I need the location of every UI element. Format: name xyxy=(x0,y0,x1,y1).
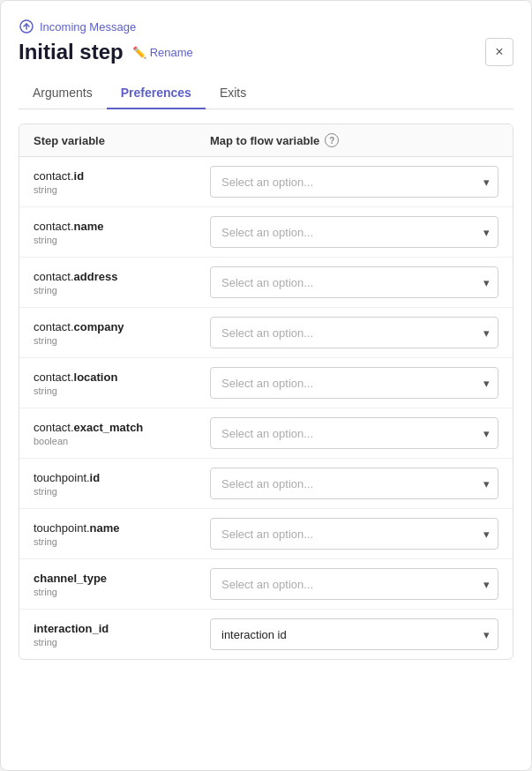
table-row: contact.id string Select an option... ▾ xyxy=(19,157,513,207)
select-placeholder: Select an option... xyxy=(221,226,313,239)
select-placeholder: Select an option... xyxy=(221,578,313,591)
select-wrapper-touchpoint-id: Select an option... ▾ xyxy=(210,468,498,499)
table-row: contact.name string Select an option... … xyxy=(19,207,513,258)
table-row: touchpoint.id string Select an option...… xyxy=(19,459,513,509)
rename-button[interactable]: ✏️ Rename xyxy=(132,46,193,59)
close-icon: × xyxy=(495,44,503,60)
var-name-channel-type: channel_type xyxy=(34,572,210,585)
table-row: contact.address string Select an option.… xyxy=(19,258,513,308)
tab-arguments[interactable]: Arguments xyxy=(19,79,107,109)
table-row: contact.location string Select an option… xyxy=(19,358,513,408)
select-contact-id[interactable]: Select an option... xyxy=(210,166,498,198)
var-type-touchpoint-name: string xyxy=(34,536,210,547)
select-wrapper-touchpoint-name: Select an option... ▾ xyxy=(210,518,498,550)
var-cell-contact-location: contact.location string xyxy=(34,371,210,396)
var-name-contact-location: contact.location xyxy=(34,371,210,384)
var-type-interaction-id: string xyxy=(34,637,210,647)
help-icon[interactable]: ? xyxy=(325,133,339,147)
select-placeholder: Select an option... xyxy=(221,477,313,490)
select-wrapper-contact-name: Select an option... ▾ xyxy=(210,216,498,248)
select-placeholder: Select an option... xyxy=(221,276,313,289)
var-cell-contact-company: contact.company string xyxy=(34,320,210,346)
panel-body: Step variable Map to flow variable ? con… xyxy=(1,109,531,770)
table-row: touchpoint.name string Select an option.… xyxy=(19,509,513,559)
col-step-variable-label: Step variable xyxy=(34,134,105,147)
select-contact-location[interactable]: Select an option... xyxy=(210,367,498,399)
var-name-contact-name: contact.name xyxy=(34,220,210,233)
select-wrapper-contact-location: Select an option... ▾ xyxy=(210,367,498,399)
preferences-table: Step variable Map to flow variable ? con… xyxy=(19,124,513,660)
col-header-step-variable: Step variable xyxy=(34,133,210,147)
select-contact-address[interactable]: Select an option... xyxy=(210,266,498,298)
var-type-contact-id: string xyxy=(34,184,210,195)
select-placeholder: Select an option... xyxy=(221,377,313,390)
var-cell-contact-exact-match: contact.exact_match boolean xyxy=(34,421,210,446)
var-cell-channel-type: channel_type string xyxy=(34,572,210,597)
select-wrapper-contact-exact-match: Select an option... ▾ xyxy=(210,417,498,449)
title-left: Initial step ✏️ Rename xyxy=(19,40,193,64)
var-type-contact-exact-match: boolean xyxy=(34,436,210,446)
var-cell-contact-id: contact.id string xyxy=(34,169,210,195)
var-name-contact-company: contact.company xyxy=(34,320,210,333)
var-cell-contact-address: contact.address string xyxy=(34,270,210,296)
var-type-contact-location: string xyxy=(34,386,210,396)
var-cell-touchpoint-name: touchpoint.name string xyxy=(34,521,210,547)
select-wrapper-contact-id: Select an option... ▾ xyxy=(210,166,498,198)
close-button[interactable]: × xyxy=(485,38,513,66)
rename-icon: ✏️ xyxy=(132,46,146,59)
var-cell-contact-name: contact.name string xyxy=(34,220,210,245)
select-placeholder: Select an option... xyxy=(221,326,313,340)
var-type-contact-address: string xyxy=(34,285,210,296)
var-name-interaction-id: interaction_id xyxy=(34,622,210,635)
step-title: Initial step xyxy=(19,40,124,64)
table-row: channel_type string Select an option... … xyxy=(19,559,513,610)
table-header: Step variable Map to flow variable ? xyxy=(19,124,513,157)
var-name-contact-address: contact.address xyxy=(34,270,210,283)
col-header-map-to: Map to flow variable ? xyxy=(210,133,498,147)
tab-exits[interactable]: Exits xyxy=(206,79,260,109)
select-touchpoint-name[interactable]: Select an option... xyxy=(210,518,498,550)
var-cell-interaction-id: interaction_id string xyxy=(34,622,210,647)
col-map-to-label: Map to flow variable xyxy=(210,134,319,147)
select-contact-company[interactable]: Select an option... xyxy=(210,317,498,348)
var-type-touchpoint-id: string xyxy=(34,486,210,497)
select-placeholder: Select an option... xyxy=(221,427,313,440)
select-value-interaction-id: interaction id xyxy=(221,628,287,641)
incoming-message-text: Incoming Message xyxy=(40,20,136,34)
select-interaction-id[interactable]: interaction id xyxy=(210,618,498,650)
select-wrapper-interaction-id: interaction id ▾ xyxy=(210,618,498,650)
select-contact-name[interactable]: Select an option... xyxy=(210,216,498,248)
var-cell-touchpoint-id: touchpoint.id string xyxy=(34,471,210,497)
var-name-contact-id: contact.id xyxy=(34,169,210,183)
select-touchpoint-id[interactable]: Select an option... xyxy=(210,468,498,499)
panel-header: Incoming Message Initial step ✏️ Rename … xyxy=(1,1,531,109)
var-type-channel-type: string xyxy=(34,587,210,597)
select-wrapper-contact-address: Select an option... ▾ xyxy=(210,266,498,298)
tabs-row: Arguments Preferences Exits xyxy=(19,79,513,109)
var-name-contact-exact-match: contact.exact_match xyxy=(34,421,210,434)
select-placeholder: Select an option... xyxy=(221,528,313,541)
var-type-contact-company: string xyxy=(34,335,210,346)
var-name-touchpoint-name: touchpoint.name xyxy=(34,521,210,535)
table-row: contact.company string Select an option.… xyxy=(19,308,513,358)
select-placeholder: Select an option... xyxy=(221,176,313,189)
incoming-message-label: Incoming Message xyxy=(19,19,513,34)
rename-label: Rename xyxy=(150,46,193,59)
tab-preferences[interactable]: Preferences xyxy=(107,79,206,109)
panel: Incoming Message Initial step ✏️ Rename … xyxy=(0,0,532,771)
select-contact-exact-match[interactable]: Select an option... xyxy=(210,417,498,449)
select-wrapper-channel-type: Select an option... ▾ xyxy=(210,568,498,600)
select-wrapper-contact-company: Select an option... ▾ xyxy=(210,317,498,348)
var-type-contact-name: string xyxy=(34,235,210,245)
var-name-touchpoint-id: touchpoint.id xyxy=(34,471,210,484)
incoming-message-icon xyxy=(19,19,34,34)
table-row: interaction_id string interaction id ▾ xyxy=(19,610,513,659)
select-channel-type[interactable]: Select an option... xyxy=(210,568,498,600)
title-row: Initial step ✏️ Rename × xyxy=(19,38,513,66)
table-row: contact.exact_match boolean Select an op… xyxy=(19,408,513,459)
